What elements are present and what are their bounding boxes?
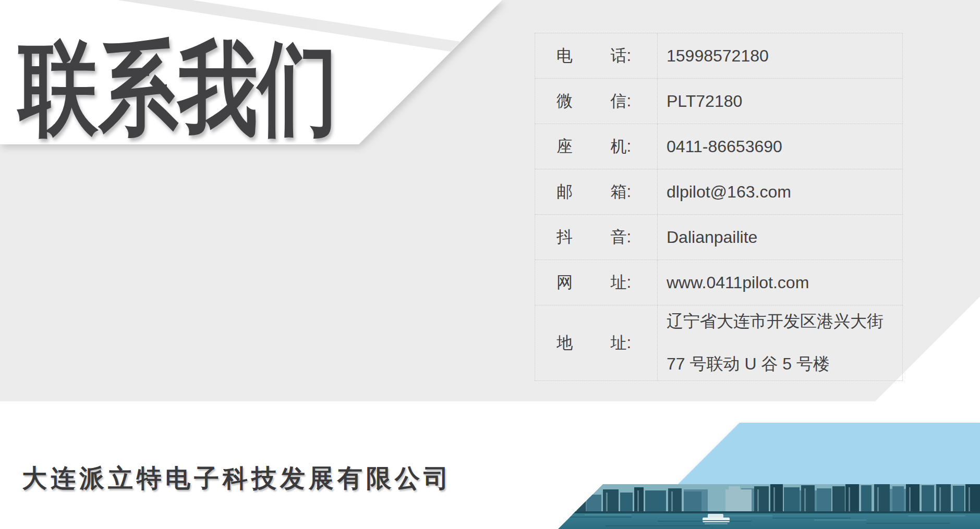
contact-slide: 联系我们 电 话: 15998572180 微 信: PLT72180 — [0, 0, 980, 529]
water-surface — [553, 513, 980, 529]
blue-parallelogram — [0, 0, 980, 529]
city-skyline-photo — [553, 484, 980, 529]
blue-parallelogram-shadow — [0, 0, 980, 529]
